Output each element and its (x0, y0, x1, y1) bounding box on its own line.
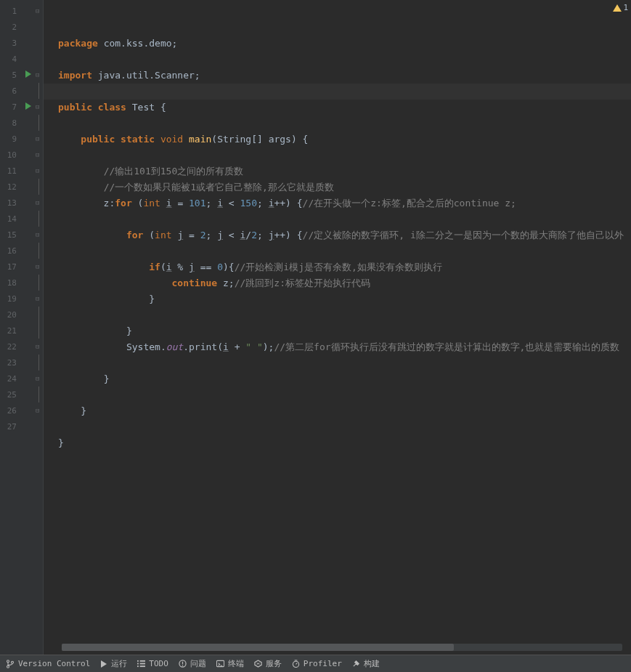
line-number: 18 (0, 275, 43, 291)
fold-icon[interactable]: ⊟ (36, 264, 41, 270)
svg-point-0 (7, 660, 9, 662)
code-line[interactable] (44, 387, 631, 403)
code-line[interactable]: public class Test { (44, 100, 631, 116)
fold-icon[interactable]: ⊟ (36, 408, 41, 413)
fold-guide (38, 323, 39, 339)
code-line[interactable]: continue z;//跳回到z:标签处开始执行代码 (44, 275, 631, 291)
code-line[interactable]: //输出101到150之间的所有质数 (44, 163, 631, 179)
code-line[interactable]: } (44, 371, 631, 387)
line-number: 10⊟ (0, 147, 43, 163)
line-number: 2 (0, 19, 43, 35)
line-number: 22⊟ (0, 339, 43, 355)
code-line[interactable] (44, 84, 631, 100)
fold-guide (38, 307, 39, 323)
code-line[interactable] (44, 307, 631, 323)
fold-guide (38, 386, 39, 402)
fold-guide (38, 211, 39, 227)
line-number: 20 (0, 307, 43, 323)
fold-guide (38, 83, 39, 99)
profiler-icon (292, 660, 300, 668)
code-line[interactable] (44, 147, 631, 163)
play-icon (100, 660, 107, 668)
profiler-tab[interactable]: Profiler (292, 659, 342, 668)
line-number: 6 (0, 83, 43, 99)
run-gutter-icon[interactable] (25, 102, 31, 110)
svg-rect-4 (140, 660, 145, 662)
line-numbers: 1⊟2345⊟67⊟89⊟10⊟11⊟1213⊟1415⊟1617⊟1819⊟2… (0, 3, 43, 434)
fold-icon[interactable]: ⊟ (36, 104, 41, 110)
svg-point-1 (7, 665, 9, 668)
fold-icon[interactable]: ⊟ (36, 376, 41, 381)
line-number: 14 (0, 211, 43, 227)
code-line[interactable]: //一个数如果只能被1或者它自己整除,那么它就是质数 (44, 179, 631, 195)
line-number: 11⊟ (0, 163, 43, 179)
code-line[interactable]: z:for (int i = 101; i < 150; i++) {//在开头… (44, 195, 631, 211)
line-number: 24⊟ (0, 371, 43, 386)
code-line[interactable]: if(i % j == 0){//开始检测i模j是否有余数,如果没有余数则执行 (44, 259, 631, 275)
line-number: 12 (0, 179, 43, 195)
fold-icon[interactable]: ⊟ (36, 8, 41, 14)
fold-guide (38, 179, 39, 195)
scrollbar-thumb[interactable] (62, 644, 454, 651)
line-number: 1⊟ (0, 3, 43, 19)
branch-icon (6, 660, 15, 668)
code-line[interactable]: } (44, 403, 631, 419)
inspection-badge[interactable]: 1 (613, 3, 628, 12)
code-line[interactable] (44, 52, 631, 68)
svg-rect-6 (140, 663, 145, 665)
list-icon (137, 660, 145, 668)
code-line[interactable] (44, 116, 631, 131)
line-number: 17⊟ (0, 259, 43, 275)
fold-icon[interactable]: ⊟ (36, 344, 41, 349)
terminal-tab[interactable]: 终端 (216, 658, 244, 669)
code-line[interactable]: public static void main(String[] args) { (44, 131, 631, 147)
fold-icon[interactable]: ⊟ (36, 152, 41, 158)
code-line[interactable]: for (int j = 2; j < i/2; j++) {//定义被除的数字… (44, 227, 631, 243)
todo-tab[interactable]: TODO (137, 659, 168, 668)
fold-icon[interactable]: ⊟ (36, 136, 41, 142)
build-tab[interactable]: 构建 (352, 658, 380, 669)
svg-line-14 (296, 663, 297, 665)
line-number: 9⊟ (0, 131, 43, 147)
fold-icon[interactable]: ⊟ (36, 200, 41, 206)
hammer-icon (352, 660, 360, 668)
info-icon (179, 660, 187, 668)
terminal-icon (216, 660, 224, 668)
code-line[interactable]: import java.util.Scanner; (44, 68, 631, 84)
fold-guide (38, 275, 39, 291)
code-line[interactable]: } (44, 291, 631, 307)
code-line[interactable] (44, 451, 631, 467)
editor: 1⊟2345⊟67⊟89⊟10⊟11⊟1213⊟1415⊟1617⊟1819⊟2… (0, 0, 631, 655)
svg-point-11 (182, 665, 183, 666)
run-tab[interactable]: 运行 (100, 658, 127, 669)
line-number: 23 (0, 355, 43, 371)
svg-point-2 (12, 661, 14, 663)
line-number: 4 (0, 51, 43, 67)
code-line[interactable] (44, 419, 631, 435)
fold-icon[interactable]: ⊟ (36, 168, 41, 174)
svg-rect-5 (137, 663, 139, 665)
version-control-tab[interactable]: Version Control (6, 659, 90, 668)
code-line[interactable] (44, 243, 631, 259)
code-area[interactable]: 1 package com.kss.demo;import java.util.… (44, 0, 631, 655)
horizontal-scrollbar[interactable] (62, 644, 622, 651)
fold-icon[interactable]: ⊟ (36, 296, 41, 301)
services-icon (254, 660, 262, 668)
code-line[interactable] (44, 211, 631, 227)
svg-rect-3 (137, 660, 139, 662)
fold-icon[interactable]: ⊟ (36, 72, 41, 78)
problems-tab[interactable]: 问题 (179, 658, 206, 669)
code-line[interactable]: System.out.print(i + " ");//第二层for循环执行后没… (44, 339, 631, 355)
code-line[interactable]: package com.kss.demo; (44, 36, 631, 52)
fold-guide (38, 243, 39, 259)
svg-rect-8 (140, 665, 145, 667)
run-gutter-icon[interactable] (25, 70, 31, 78)
line-number: 15⊟ (0, 227, 43, 243)
code-line[interactable]: } (44, 323, 631, 339)
bottom-toolbar: Version Control 运行 TODO 问题 (0, 655, 631, 672)
line-number: 19⊟ (0, 291, 43, 307)
code-line[interactable]: } (44, 435, 631, 451)
services-tab[interactable]: 服务 (254, 658, 282, 669)
fold-icon[interactable]: ⊟ (36, 232, 41, 238)
code-line[interactable] (44, 355, 631, 371)
